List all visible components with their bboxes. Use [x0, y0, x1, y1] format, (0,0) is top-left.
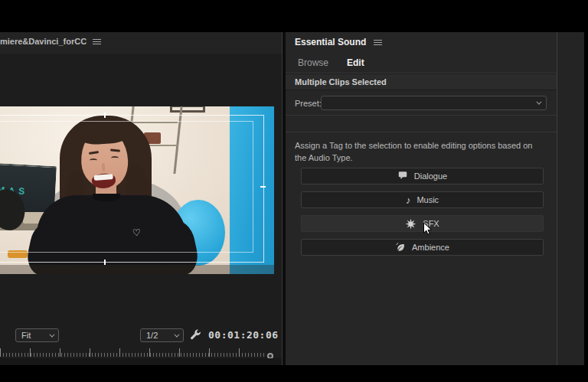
separator	[286, 132, 557, 132]
top-black-bar	[0, 0, 588, 32]
music-note-icon: ♪	[406, 195, 411, 205]
audio-tag-buttons: Dialogue ♪ Music SFX Ambience	[301, 168, 544, 256]
leaf-icon	[395, 242, 406, 253]
panel-title: Essential Sound	[295, 37, 366, 47]
assign-tag-description: Assign a Tag to the selection to enable …	[295, 140, 541, 165]
monitor-tab-bar: miere&Davinci_forCC	[0, 32, 282, 54]
dialogue-button-label: Dialogue	[414, 171, 447, 181]
transform-handle-bottom[interactable]	[104, 260, 106, 265]
playback-resolution-select[interactable]: 1/2	[140, 328, 184, 342]
music-button-label: Music	[416, 195, 439, 204]
monitor-tab[interactable]: miere&Davinci_forCC	[0, 37, 101, 46]
transform-inner-rect[interactable]	[0, 121, 253, 253]
speech-bubble-icon	[397, 171, 408, 181]
mouse-cursor	[423, 222, 433, 237]
zoom-level-value: Fit	[21, 331, 31, 340]
tab-edit[interactable]: Edit	[347, 57, 364, 74]
panel-menu-icon[interactable]	[374, 40, 382, 41]
premiere-app-window: miere&Davinci_forCC MΛS	[0, 0, 588, 382]
tab-browse[interactable]: Browse	[298, 57, 328, 74]
ambience-button-label: Ambience	[412, 243, 449, 252]
monitor-scrollbar-track[interactable]	[0, 358, 282, 365]
zoom-level-select[interactable]: Fit	[15, 328, 59, 342]
essential-sound-panel: Essential Sound Browse Edit Multiple Cli…	[286, 32, 557, 365]
essential-sound-header: Essential Sound	[295, 37, 382, 47]
settings-wrench-icon[interactable]	[190, 329, 201, 341]
bottom-black-bar	[0, 365, 588, 382]
monitor-zoom-ruler[interactable]	[0, 346, 266, 357]
adjacent-panel-strip	[557, 32, 584, 365]
timecode-display: 00:01:20:06	[208, 329, 279, 341]
preset-select[interactable]	[321, 96, 547, 110]
transform-handle-right[interactable]	[260, 186, 266, 188]
bottom-desk-shadow	[0, 265, 274, 274]
separator	[286, 115, 557, 116]
chevron-down-icon	[49, 331, 54, 337]
monitor-tab-label: miere&Davinci_forCC	[0, 37, 87, 46]
sfx-burst-icon	[405, 218, 416, 230]
preset-row: Preset:	[286, 91, 557, 115]
right-black-edge	[584, 0, 588, 382]
preset-label: Preset:	[295, 99, 322, 108]
program-monitor-panel: miere&Davinci_forCC MΛS	[0, 32, 282, 365]
chevron-down-icon	[174, 331, 179, 337]
transform-handle-top[interactable]	[104, 113, 106, 118]
program-preview[interactable]: MΛS ♡	[0, 106, 274, 274]
dialogue-button[interactable]: Dialogue	[301, 168, 544, 184]
selection-status-bar: Multiple Clips Selected	[286, 73, 557, 90]
music-button[interactable]: ♪ Music	[301, 191, 544, 208]
ambience-button[interactable]: Ambience	[301, 239, 544, 256]
playback-resolution-value: 1/2	[146, 331, 158, 340]
panel-menu-icon[interactable]	[93, 39, 101, 40]
chevron-down-icon	[536, 100, 541, 105]
essential-sound-tabs: Browse Edit	[298, 57, 364, 74]
